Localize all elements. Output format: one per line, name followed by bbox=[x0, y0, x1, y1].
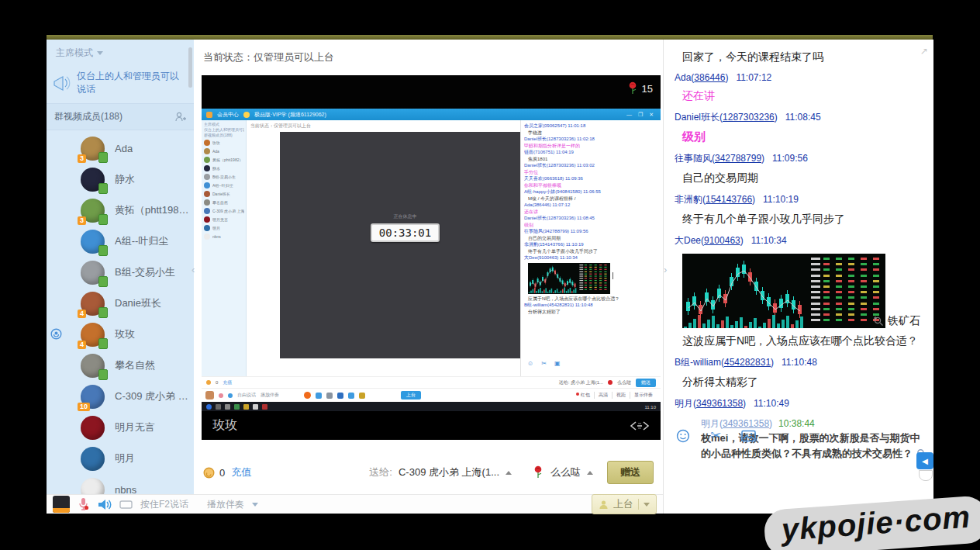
shared-member-avatar bbox=[204, 208, 210, 214]
member-row[interactable]: 明月无言 bbox=[47, 412, 194, 443]
chevron-up-icon[interactable] bbox=[587, 471, 593, 475]
shared-member-list: 玫玫Ada黄拓（phtt1982）静水B组-交易小生A组--叶归尘Danie班长… bbox=[204, 138, 244, 240]
member-avatar: 3 bbox=[81, 199, 105, 223]
member-row[interactable]: 攀名自然 bbox=[47, 350, 194, 381]
shared-chat-line: Daniel班长(1287303236) 11:08:45 bbox=[524, 215, 657, 222]
chat-sender-name[interactable]: 往事随风 bbox=[675, 153, 712, 164]
members-count-label: 群视频成员(188) bbox=[54, 110, 122, 123]
chat-message: 非洲豹(154143766)11:10:19终于有几个单子跟小玫几乎同步了 bbox=[675, 193, 929, 226]
member-row[interactable]: nbns bbox=[47, 474, 194, 494]
shared-accompany-label: 播放伴奏 bbox=[261, 392, 279, 399]
shared-member-avatar bbox=[204, 182, 210, 189]
member-row[interactable]: 静水 bbox=[47, 164, 194, 195]
shared-member-name: 黄拓（phtt1982） bbox=[212, 157, 243, 162]
chevron-down-icon[interactable] bbox=[252, 503, 258, 507]
shared-titlebar-left: 会员中心 bbox=[217, 111, 239, 119]
member-list-scrollbar[interactable] bbox=[188, 47, 192, 88]
shared-status-text: 当前状态：仅管理员可以上台 bbox=[250, 123, 311, 130]
shared-coin-count: 0 bbox=[216, 380, 218, 385]
chart-pixels bbox=[682, 254, 885, 328]
shared-toolbar-tab: 视距 bbox=[612, 392, 630, 399]
chat-sender-id-link[interactable]: 154143766 bbox=[706, 194, 752, 205]
shared-chat-panel: 会员之家(09062547) 11:01:18学稳连Daniel班长(12873… bbox=[520, 120, 661, 376]
member-row[interactable]: 明月 bbox=[47, 443, 194, 474]
coin-balance: 0 bbox=[219, 467, 225, 479]
recharge-link[interactable]: 充值 bbox=[231, 465, 251, 479]
chat-message-text: 分析得太精彩了 bbox=[682, 375, 929, 389]
shared-member-avatar bbox=[204, 140, 210, 146]
member-row[interactable]: 3黄拓（phtt1982） bbox=[47, 195, 194, 226]
shared-video-main: 当前状态：仅管理员可以上台 正在休息中 00:33:01 bbox=[247, 120, 520, 376]
shared-chat-line: M镍 / 今天的课程很棒 / bbox=[524, 195, 657, 202]
member-level-icon bbox=[98, 307, 108, 318]
chat-sender-id-link[interactable]: 342788799 bbox=[715, 153, 761, 164]
broadcaster-overlay: 玫玫 bbox=[202, 411, 661, 440]
shared-titlebar-text: 极品版·VIP学 (频道61129062) bbox=[254, 111, 326, 119]
shared-member-avatar bbox=[204, 191, 210, 197]
shared-member-row: 静水 bbox=[204, 164, 244, 172]
shared-chat-line: Daniel班长(1287303236) 11:02:18 bbox=[524, 136, 657, 143]
speaker-icon[interactable] bbox=[97, 498, 112, 511]
chat-sender-id-link[interactable]: 1287303236 bbox=[723, 112, 775, 123]
shared-talk-label: 自由说话 bbox=[237, 392, 256, 399]
chat-timestamp: 11:07:12 bbox=[736, 72, 771, 83]
collapse-sidebar-handle[interactable]: ‹ bbox=[192, 264, 195, 275]
member-level-icon bbox=[98, 152, 108, 163]
chat-sender-name[interactable]: Ada bbox=[675, 72, 691, 83]
chat-timestamp: 11:10:49 bbox=[754, 398, 789, 409]
expand-chat-icon[interactable]: ↗ bbox=[920, 46, 928, 57]
megaphone-icon bbox=[53, 75, 71, 91]
record-dot-icon bbox=[576, 393, 579, 396]
keyboard-icon bbox=[119, 500, 133, 510]
member-row[interactable]: 3Ada bbox=[47, 133, 194, 164]
chat-sender-name[interactable]: Daniel班长 bbox=[675, 112, 719, 123]
member-row[interactable]: 4Danie班长 bbox=[47, 288, 194, 319]
chevron-up-icon[interactable] bbox=[506, 471, 512, 475]
screenshot-scissors-icon[interactable]: ✂ bbox=[710, 427, 721, 444]
send-gift-button[interactable]: 赠送 bbox=[607, 461, 654, 484]
remote-control-widget[interactable]: ◄ bbox=[916, 452, 933, 480]
chat-shared-chart-image[interactable] bbox=[682, 254, 885, 328]
chat-sender-name[interactable]: 明月 bbox=[675, 398, 693, 409]
shared-gift-name: 么么哒 bbox=[617, 379, 631, 386]
chairman-mode-dropdown[interactable]: 主席模式 bbox=[47, 40, 194, 64]
chairman-mode-label: 主席模式 bbox=[56, 47, 93, 60]
shared-send-button: 赠送 bbox=[636, 379, 656, 387]
center-panel: 当前状态：仅管理员可以上台 15 会员中心 极品版·VIP学 (频道611290… bbox=[194, 40, 663, 494]
chat-sender-name[interactable]: B组-william bbox=[675, 357, 721, 368]
go-on-stage-button[interactable]: 上台 bbox=[592, 494, 657, 514]
shared-member-row: C-309 虎小弟 上海 bbox=[204, 206, 244, 215]
collapse-chat-handle[interactable]: › bbox=[664, 264, 667, 275]
shared-toolbar-tab: 显示伴奏 bbox=[630, 392, 657, 399]
chat-sender-id-link[interactable]: 349361358 bbox=[696, 398, 743, 409]
send-to-dropdown[interactable]: C-309 虎小弟 上海(1... bbox=[399, 465, 499, 479]
chat-message-text: 终于有几个单子跟小玫几乎同步了 bbox=[682, 212, 929, 226]
chat-sender-id-link[interactable]: 9100463 bbox=[704, 235, 740, 246]
member-row[interactable]: 4玫玫 bbox=[47, 319, 194, 350]
member-name: Danie班长 bbox=[115, 296, 161, 310]
gift-select-dropdown[interactable]: 么么哒 bbox=[550, 465, 581, 479]
add-member-icon[interactable] bbox=[174, 111, 186, 123]
chat-sender-name[interactable]: 非洲豹 bbox=[675, 194, 702, 205]
chat-message-text: 级别 bbox=[682, 130, 929, 144]
emoji-icon: ☺ bbox=[527, 360, 533, 367]
send-image-icon[interactable] bbox=[741, 430, 756, 442]
member-badge-icon: 4 bbox=[78, 341, 86, 349]
shared-chat-line: Ada(386446) 11:07:12 bbox=[524, 202, 657, 209]
member-name: 攀名自然 bbox=[115, 358, 155, 372]
shared-member-avatar bbox=[204, 233, 210, 240]
chat-sender-id-link[interactable]: 454282831 bbox=[724, 357, 771, 368]
chat-sender-id-link[interactable]: 386446 bbox=[694, 72, 725, 83]
mic-muted-icon[interactable] bbox=[78, 497, 89, 511]
shared-member-row: 明月无言 bbox=[204, 215, 244, 223]
shared-chat-line: B组-william(454282831) 11:10:48 bbox=[524, 302, 657, 309]
my-avatar[interactable] bbox=[53, 496, 70, 513]
play-accompaniment-dropdown[interactable]: 播放伴奏 bbox=[207, 498, 244, 511]
member-row[interactable]: 10C-309 虎小弟 上海 bbox=[47, 381, 194, 412]
zoom-image-icon[interactable] bbox=[873, 316, 884, 327]
chat-sender-name[interactable]: 大Dee bbox=[675, 235, 701, 246]
member-row[interactable]: A组--叶归尘 bbox=[47, 226, 194, 257]
shared-member-row: 黄拓（phtt1982） bbox=[204, 155, 244, 164]
emoji-icon[interactable] bbox=[676, 429, 690, 443]
member-row[interactable]: B组-交易小生 bbox=[47, 257, 194, 288]
